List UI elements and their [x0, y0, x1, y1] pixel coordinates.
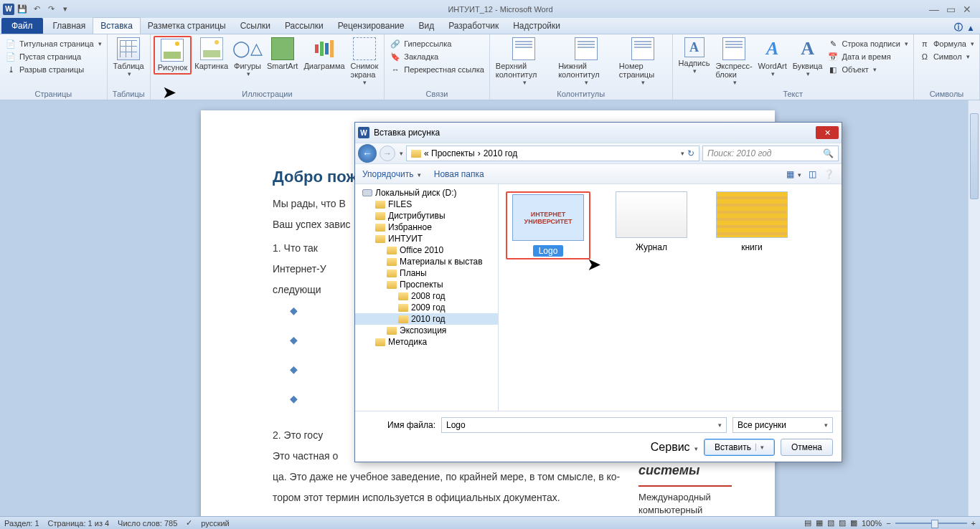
- filter-dropdown[interactable]: Все рисунки▾: [732, 417, 833, 433]
- zoom-out-icon[interactable]: −: [886, 519, 890, 528]
- view-printlayout-icon[interactable]: ▤: [804, 518, 811, 528]
- group-label-tables: Таблицы: [110, 89, 147, 100]
- datetime-button[interactable]: 📅Дата и время: [825, 50, 910, 63]
- service-button[interactable]: Сервис ▾: [651, 441, 698, 454]
- tab-review[interactable]: Рецензирование: [331, 18, 412, 34]
- nav-back-icon[interactable]: ←: [358, 144, 377, 163]
- maximize-icon[interactable]: ▭: [946, 4, 956, 15]
- tab-view[interactable]: Вид: [411, 18, 441, 34]
- file-item[interactable]: Журнал: [612, 191, 691, 252]
- file-thumb: [716, 191, 788, 238]
- picture-button[interactable]: Рисунок: [154, 36, 192, 75]
- dialog-close-icon[interactable]: ✕: [816, 126, 839, 139]
- tree-item[interactable]: Избранное: [355, 221, 498, 233]
- header-button[interactable]: Верхний колонтитул▾: [493, 36, 555, 87]
- crossref-button[interactable]: ↔Перекрестная ссылка: [387, 63, 486, 76]
- status-section[interactable]: Раздел: 1: [4, 519, 39, 528]
- quickparts-button[interactable]: Экспресс-блоки▾: [712, 36, 755, 87]
- qat-dropdown-icon[interactable]: ▾: [59, 3, 72, 16]
- view-web-icon[interactable]: ▧: [827, 518, 834, 528]
- tree-item-selected[interactable]: 2010 год: [355, 313, 498, 325]
- tab-references[interactable]: Ссылки: [233, 18, 278, 34]
- equation-button[interactable]: πФормула▾: [917, 37, 976, 50]
- tree-item[interactable]: ИНТУИТ: [355, 233, 498, 244]
- tree-item[interactable]: Экспозиция: [355, 325, 498, 336]
- tree-item[interactable]: 2008 год: [355, 290, 498, 302]
- zoom-value[interactable]: 100%: [862, 519, 882, 528]
- textbox-button[interactable]: AНадпись▾: [676, 36, 713, 76]
- screenshot-button[interactable]: Снимок экрана▾: [348, 36, 382, 87]
- insert-picture-dialog: W Вставка рисунка ✕ ← → ▾ « Проспекты › …: [354, 122, 842, 462]
- zoom-slider[interactable]: [895, 523, 967, 524]
- cancel-button[interactable]: Отмена: [781, 439, 833, 456]
- ribbon-help[interactable]: ⓘ▴: [954, 22, 973, 34]
- close-icon[interactable]: ✕: [963, 4, 971, 15]
- folder-tree[interactable]: Локальный диск (D:) FILES Дистрибутивы И…: [355, 184, 499, 411]
- save-icon[interactable]: 💾: [16, 3, 29, 16]
- tab-developer[interactable]: Разработчик: [441, 18, 506, 34]
- clipart-button[interactable]: Картинка: [192, 36, 231, 72]
- view-reading-icon[interactable]: ▦: [816, 518, 823, 528]
- status-page[interactable]: Страница: 1 из 4: [48, 519, 110, 528]
- view-draft-icon[interactable]: ▩: [850, 518, 857, 528]
- newfolder-button[interactable]: Новая папка: [434, 169, 484, 179]
- status-proofing-icon[interactable]: ✓: [186, 518, 192, 528]
- vertical-scrollbar[interactable]: [968, 100, 980, 516]
- pagenumber-button[interactable]: Номер страницы▾: [616, 36, 669, 87]
- zoom-in-icon[interactable]: +: [971, 519, 976, 528]
- symbol-button[interactable]: ΩСимвол▾: [917, 50, 972, 63]
- help-icon[interactable]: ❔: [824, 169, 834, 179]
- tree-item[interactable]: Планы: [355, 267, 498, 279]
- status-words[interactable]: Число слов: 785: [118, 519, 177, 528]
- view-button[interactable]: ▦ ▾: [786, 169, 801, 179]
- tab-mailings[interactable]: Рассылки: [278, 18, 331, 34]
- tree-item[interactable]: 2009 год: [355, 302, 498, 313]
- search-input[interactable]: Поиск: 2010 год 🔍: [702, 146, 839, 161]
- group-label-links: Связи: [387, 89, 486, 100]
- tab-addins[interactable]: Надстройки: [506, 18, 567, 34]
- signature-button[interactable]: ✎Строка подписи▾: [825, 37, 910, 50]
- organize-button[interactable]: Упорядочить ▾: [362, 169, 421, 179]
- tab-layout[interactable]: Разметка страницы: [141, 18, 233, 34]
- tab-insert[interactable]: Вставка: [93, 17, 141, 34]
- nav-forward-icon[interactable]: →: [380, 146, 395, 161]
- chart-button[interactable]: Диаграмма: [301, 36, 347, 72]
- table-button[interactable]: Таблица▾: [110, 36, 147, 79]
- dialog-titlebar: W Вставка рисунка ✕: [355, 123, 842, 143]
- blank-page-button[interactable]: 📄Пустая страница: [3, 50, 83, 63]
- file-item-selected[interactable]: ИНТЕРНЕТ УНИВЕРСИТЕТ Logo: [509, 194, 588, 257]
- view-outline-icon[interactable]: ▨: [839, 518, 846, 528]
- object-button[interactable]: ◧Объект▾: [825, 63, 910, 76]
- preview-button[interactable]: ◫: [809, 169, 816, 179]
- smartart-button[interactable]: SmartArt: [264, 36, 301, 72]
- tab-file[interactable]: Файл: [1, 18, 43, 34]
- tree-item[interactable]: FILES: [355, 199, 498, 210]
- hyperlink-button[interactable]: 🔗Гиперссылка: [387, 37, 453, 50]
- tree-item[interactable]: Дистрибутивы: [355, 210, 498, 221]
- nav-history-icon[interactable]: ▾: [400, 150, 403, 157]
- file-item[interactable]: книги: [712, 191, 791, 252]
- tree-item[interactable]: Методика: [355, 336, 498, 348]
- footer-button[interactable]: Нижний колонтитул▾: [555, 36, 616, 87]
- cover-page-button[interactable]: 📄Титульная страница▾: [3, 37, 104, 50]
- tree-item[interactable]: Проспекты: [355, 279, 498, 290]
- tab-home[interactable]: Главная: [46, 18, 93, 34]
- undo-icon[interactable]: ↶: [30, 3, 43, 16]
- tree-item[interactable]: Локальный диск (D:): [355, 187, 498, 199]
- shapes-button[interactable]: ◯△Фигуры▾: [231, 36, 264, 79]
- status-lang[interactable]: русский: [201, 519, 229, 528]
- breadcrumb[interactable]: « Проспекты › 2010 год ▾ ↻: [406, 146, 699, 161]
- minimize-icon[interactable]: —: [929, 4, 939, 15]
- page-break-button[interactable]: ⤓Разрыв страницы: [3, 63, 86, 76]
- search-icon[interactable]: 🔍: [823, 148, 834, 158]
- tree-item[interactable]: Материалы к выстав: [355, 256, 498, 267]
- tree-item[interactable]: Office 2010: [355, 244, 498, 256]
- insert-button[interactable]: Вставить ▾: [704, 439, 775, 456]
- word-icon: W: [358, 127, 369, 138]
- redo-icon[interactable]: ↷: [44, 3, 57, 16]
- filename-input[interactable]: Logo▾: [441, 417, 727, 433]
- bookmark-button[interactable]: 🔖Закладка: [387, 50, 440, 63]
- file-thumb: [616, 191, 687, 238]
- wordart-button[interactable]: AWordArt▾: [755, 36, 790, 79]
- dropcap-button[interactable]: AБуквица▾: [790, 36, 826, 79]
